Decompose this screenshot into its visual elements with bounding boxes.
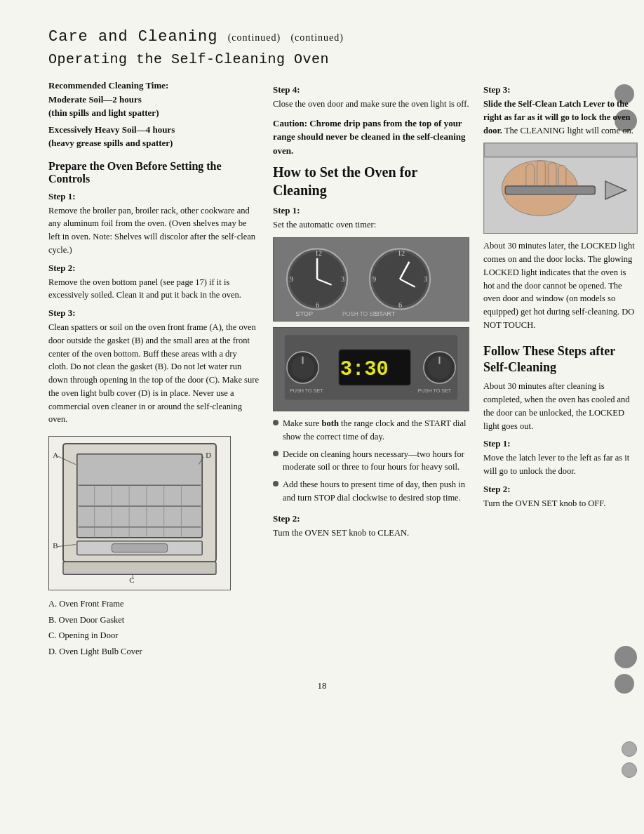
step2-text-left: Remove the oven bottom panel (see page 1… <box>48 276 259 303</box>
svg-rect-12 <box>112 544 167 552</box>
latch-lever-image <box>483 143 638 234</box>
label-a: A. Oven Front Frame <box>48 596 259 612</box>
bullet-dot-3 <box>273 481 279 486</box>
step3-text-right: Slide the Self-Clean Latch Lever to the … <box>483 98 638 137</box>
content-columns: Recommended Cleaning Time: Moderate Soil… <box>48 79 596 659</box>
side-decoration-circles-rb <box>622 741 637 778</box>
follow-step2-heading: Step 2: <box>483 484 638 495</box>
step2-heading-left: Step 2: <box>48 263 259 274</box>
bullet-3: Add these hours to present time of day, … <box>273 478 469 505</box>
svg-rect-58 <box>548 163 556 188</box>
step3-heading-right: Step 3: <box>483 84 638 95</box>
clock-image: 12 3 6 9 12 3 6 9 <box>273 237 469 322</box>
step1-text-left: Remove the broiler pan, broiler rack, ot… <box>48 204 259 257</box>
label-d: D. Oven Light Bulb Cover <box>48 644 259 660</box>
locked-text: About 30 minutes later, the LOCKED light… <box>483 239 638 331</box>
circle-4 <box>615 674 634 694</box>
follow-step1-text: Move the latch lever to the left as far … <box>483 451 638 478</box>
title-text: Care and Cleaning <box>48 28 217 46</box>
svg-rect-56 <box>526 164 535 188</box>
caution-text: Caution: Chrome drip pans from the top o… <box>273 117 469 158</box>
svg-text:B: B <box>53 541 58 550</box>
svg-text:6: 6 <box>398 301 402 309</box>
right-column: Step 3: Slide the Self-Clean Latch Lever… <box>483 79 638 513</box>
circle-6 <box>622 762 637 778</box>
step4-text-mid: Close the oven door and make sure the ov… <box>273 98 469 111</box>
rec-line3: Excessively Heavy Soil—4 hours <box>48 123 259 137</box>
svg-text:PUSH TO SET: PUSH TO SET <box>342 311 380 317</box>
page-header: Care and Cleaning (continued) (continued… <box>48 28 596 67</box>
step1-text-mid: Set the automatic oven timer: <box>273 218 469 232</box>
side-decoration-circles-bottom <box>615 646 637 694</box>
svg-text:PUSH TO SET: PUSH TO SET <box>418 388 452 394</box>
svg-text:6: 6 <box>316 301 319 309</box>
svg-text:3: 3 <box>341 275 344 283</box>
bullet-1-text: Make sure both the range clock and the S… <box>283 417 469 444</box>
page-title: Care and Cleaning (continued) (continued… <box>48 28 596 46</box>
svg-text:9: 9 <box>290 275 293 283</box>
middle-column: Step 4: Close the oven door and make sur… <box>273 79 469 542</box>
diagram-labels: A. Oven Front Frame B. Oven Door Gasket … <box>48 596 259 659</box>
page-subtitle: Operating the Self-Cleaning Oven <box>48 51 596 67</box>
step1-heading-mid: Step 1: <box>273 205 469 216</box>
rec-line2: (thin spills and light spatter) <box>48 106 259 120</box>
bullet-dot-2 <box>273 451 279 456</box>
bullet-3-text: Add these hours to present time of day, … <box>283 478 469 505</box>
step3-heading-left: Step 3: <box>48 307 259 319</box>
svg-rect-1 <box>77 454 202 538</box>
page-content: Care and Cleaning (continued) (continued… <box>34 0 610 834</box>
svg-text:C: C <box>129 576 134 584</box>
step3-text-left: Clean spatters or soil on the oven front… <box>48 321 259 426</box>
rec-line1: Moderate Soil—2 hours <box>48 93 259 107</box>
svg-text:12: 12 <box>315 249 322 257</box>
rec-heading: Recommended Cleaning Time: <box>48 79 259 93</box>
page-container: Care and Cleaning (continued) (continued… <box>0 0 644 834</box>
timer-display-image: 3:30 PUSH TO SET PUSH TO SET <box>273 327 469 411</box>
label-b: B. Oven Door Gasket <box>48 612 259 628</box>
follow-step2-text: Turn the OVEN SET knob to OFF. <box>483 497 638 510</box>
step1-heading-left: Step 1: <box>48 191 259 202</box>
bullet-2-text: Decide on cleaning hours necessary—two h… <box>283 448 469 475</box>
svg-rect-62 <box>485 143 637 157</box>
step2-heading-mid: Step 2: <box>273 513 469 524</box>
page-number: 18 <box>48 680 596 691</box>
circle-5 <box>622 741 637 757</box>
bullet-1: Make sure both the range clock and the S… <box>273 417 469 444</box>
svg-text:9: 9 <box>373 275 376 283</box>
title-suffix: (continued) <box>228 32 281 43</box>
svg-point-32 <box>373 251 427 306</box>
prepare-heading: Prepare the Oven Before Setting the Cont… <box>48 160 259 185</box>
svg-text:STOP: STOP <box>295 310 313 317</box>
svg-rect-57 <box>537 161 546 188</box>
follow-intro-text: About 30 minutes after cleaning is compl… <box>483 380 638 432</box>
title-suffix-2: (continued) <box>290 32 344 43</box>
svg-text:12: 12 <box>398 249 405 257</box>
svg-text:A: A <box>53 451 58 459</box>
svg-text:3:30: 3:30 <box>340 358 389 381</box>
rec-line4: (heavy grease spills and spatter) <box>48 136 259 150</box>
recommended-cleaning-block: Recommended Cleaning Time: Moderate Soil… <box>48 79 259 150</box>
oven-diagram: A B C D <box>48 436 231 590</box>
svg-rect-13 <box>63 562 216 574</box>
step4-heading-mid: Step 4: <box>273 84 469 95</box>
step2-text-mid: Turn the OVEN SET knob to CLEAN. <box>273 527 469 540</box>
follow-heading: Follow These Steps after Self-Cleaning <box>483 343 638 376</box>
circle-3 <box>615 646 637 668</box>
how-to-heading: How to Set the Oven for Cleaning <box>273 163 469 199</box>
left-column: Recommended Cleaning Time: Moderate Soil… <box>48 79 259 659</box>
bullet-dot-1 <box>273 420 279 425</box>
svg-text:PUSH TO SET: PUSH TO SET <box>290 388 323 394</box>
follow-step1-heading: Step 1: <box>483 438 638 449</box>
bullet-2: Decide on cleaning hours necessary—two h… <box>273 448 469 475</box>
svg-rect-59 <box>558 166 566 188</box>
svg-rect-60 <box>505 186 595 194</box>
svg-text:3: 3 <box>424 275 427 283</box>
svg-text:D: D <box>206 451 211 459</box>
label-c: C. Opening in Door <box>48 628 259 644</box>
